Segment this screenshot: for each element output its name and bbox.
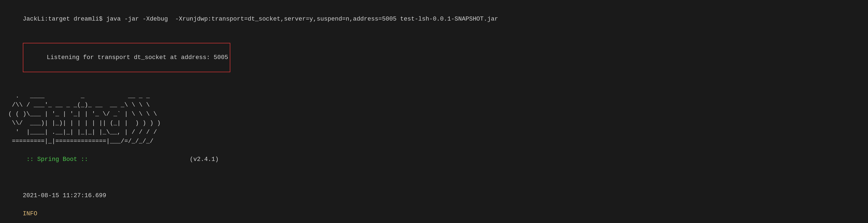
log-timestamp: 2021-08-15 11:27:16.699 bbox=[23, 192, 106, 199]
ascii-art-block: . ____ _ __ _ _ /\\ / ___'_ __ _ _(_)_ _… bbox=[8, 91, 860, 146]
prompt-line: JackLi:target dreamli$ java -jar -Xdebug… bbox=[8, 5, 860, 33]
ascii-line-6: =========|_|==============|___/=/_/_/_/ bbox=[8, 137, 860, 146]
spring-boot-label: :: Spring Boot :: bbox=[23, 156, 88, 163]
blank-line-1 bbox=[8, 83, 860, 91]
ascii-line-1: . ____ _ __ _ _ bbox=[8, 91, 860, 100]
ascii-line-4: \\/ ___)| |_)| | | | | || (_| | ) ) ) ) bbox=[8, 119, 860, 128]
log-line: 2021-08-15 11:27:16.699 INFO 1136 --- [ … bbox=[8, 182, 860, 223]
listening-line-wrapper: Listening for transport dt_socket at add… bbox=[8, 33, 860, 83]
blank-line-2 bbox=[8, 173, 860, 182]
terminal-window: JackLi:target dreamli$ java -jar -Xdebug… bbox=[8, 5, 860, 218]
spring-boot-line: :: Spring Boot :: (v2.4.1) bbox=[8, 146, 860, 173]
ascii-line-5: ' |____| .__|_| |_|_| |_\__, | / / / / bbox=[8, 128, 860, 137]
spring-boot-version: (v2.4.1) bbox=[88, 156, 218, 163]
listening-text: Listening for transport dt_socket at add… bbox=[47, 54, 228, 61]
listening-box: Listening for transport dt_socket at add… bbox=[23, 43, 230, 72]
ascii-line-3: ( ( )\___ | '_ | '_| | '_ \/ _` | \ \ \ … bbox=[8, 109, 860, 119]
prompt-text: JackLi:target dreamli$ java -jar -Xdebug… bbox=[23, 15, 498, 23]
ascii-line-2: /\\ / ___'_ __ _ _(_)_ __ __ _\ \ \ \ bbox=[8, 100, 860, 109]
log-level: INFO bbox=[23, 210, 37, 217]
